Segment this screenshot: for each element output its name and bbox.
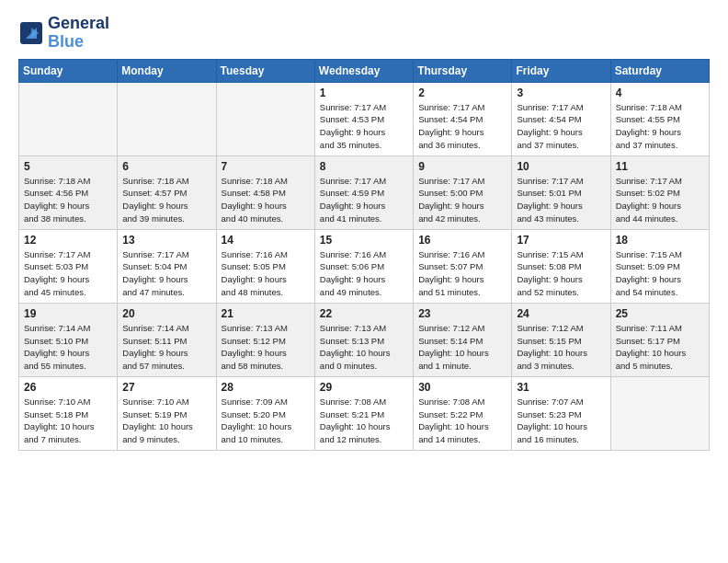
- day-info: Sunrise: 7:17 AM Sunset: 4:53 PM Dayligh…: [320, 101, 408, 152]
- day-number: 5: [24, 160, 112, 173]
- day-header-thursday: Thursday: [414, 59, 512, 82]
- day-info: Sunrise: 7:15 AM Sunset: 5:09 PM Dayligh…: [616, 248, 704, 299]
- calendar-week-row: 19Sunrise: 7:14 AM Sunset: 5:10 PM Dayli…: [19, 303, 710, 376]
- day-header-wednesday: Wednesday: [314, 59, 413, 82]
- day-info: Sunrise: 7:18 AM Sunset: 4:56 PM Dayligh…: [24, 175, 112, 225]
- day-info: Sunrise: 7:08 AM Sunset: 5:21 PM Dayligh…: [320, 396, 408, 446]
- day-number: 11: [616, 160, 704, 173]
- calendar-day-cell: 27Sunrise: 7:10 AM Sunset: 5:19 PM Dayli…: [118, 376, 216, 450]
- calendar-day-cell: [610, 376, 709, 450]
- calendar-day-cell: 19Sunrise: 7:14 AM Sunset: 5:10 PM Dayli…: [19, 303, 118, 376]
- calendar-day-cell: 12Sunrise: 7:17 AM Sunset: 5:03 PM Dayli…: [19, 229, 118, 303]
- calendar-day-cell: 14Sunrise: 7:16 AM Sunset: 5:05 PM Dayli…: [216, 229, 314, 303]
- calendar-day-cell: 30Sunrise: 7:08 AM Sunset: 5:22 PM Dayli…: [414, 376, 512, 450]
- calendar-day-cell: 8Sunrise: 7:17 AM Sunset: 4:59 PM Daylig…: [314, 155, 413, 229]
- calendar-day-cell: 28Sunrise: 7:09 AM Sunset: 5:20 PM Dayli…: [216, 376, 314, 450]
- day-header-friday: Friday: [512, 59, 610, 82]
- day-number: 19: [24, 307, 112, 320]
- calendar-day-cell: 4Sunrise: 7:18 AM Sunset: 4:55 PM Daylig…: [610, 82, 709, 155]
- day-info: Sunrise: 7:16 AM Sunset: 5:06 PM Dayligh…: [320, 248, 408, 299]
- calendar-day-cell: 1Sunrise: 7:17 AM Sunset: 4:53 PM Daylig…: [314, 82, 413, 155]
- day-header-sunday: Sunday: [19, 59, 118, 82]
- day-number: 30: [418, 381, 506, 394]
- day-info: Sunrise: 7:18 AM Sunset: 4:58 PM Dayligh…: [222, 175, 310, 225]
- calendar-day-cell: 17Sunrise: 7:15 AM Sunset: 5:08 PM Dayli…: [512, 229, 610, 303]
- calendar-week-row: 12Sunrise: 7:17 AM Sunset: 5:03 PM Dayli…: [19, 229, 710, 303]
- calendar-day-cell: 5Sunrise: 7:18 AM Sunset: 4:56 PM Daylig…: [19, 155, 118, 229]
- day-number: 18: [616, 234, 704, 247]
- calendar-table: SundayMondayTuesdayWednesdayThursdayFrid…: [18, 59, 710, 451]
- day-info: Sunrise: 7:13 AM Sunset: 5:13 PM Dayligh…: [320, 322, 408, 373]
- calendar-day-cell: 26Sunrise: 7:10 AM Sunset: 5:18 PM Dayli…: [19, 376, 118, 450]
- calendar-week-row: 1Sunrise: 7:17 AM Sunset: 4:53 PM Daylig…: [19, 82, 710, 155]
- day-number: 31: [517, 381, 605, 394]
- day-info: Sunrise: 7:09 AM Sunset: 5:20 PM Dayligh…: [222, 396, 310, 446]
- header: General Blue: [18, 15, 710, 52]
- day-number: 6: [122, 160, 210, 173]
- day-number: 14: [222, 234, 310, 247]
- calendar-day-cell: 11Sunrise: 7:17 AM Sunset: 5:02 PM Dayli…: [610, 155, 709, 229]
- day-number: 13: [122, 234, 210, 247]
- day-info: Sunrise: 7:13 AM Sunset: 5:12 PM Dayligh…: [222, 322, 310, 373]
- day-header-monday: Monday: [118, 59, 216, 82]
- calendar-day-cell: 29Sunrise: 7:08 AM Sunset: 5:21 PM Dayli…: [314, 376, 413, 450]
- day-info: Sunrise: 7:16 AM Sunset: 5:05 PM Dayligh…: [222, 248, 310, 299]
- day-number: 1: [320, 86, 408, 99]
- day-header-tuesday: Tuesday: [216, 59, 314, 82]
- day-info: Sunrise: 7:17 AM Sunset: 5:01 PM Dayligh…: [517, 175, 605, 225]
- calendar-week-row: 5Sunrise: 7:18 AM Sunset: 4:56 PM Daylig…: [19, 155, 710, 229]
- calendar-day-cell: [216, 82, 314, 155]
- day-number: 26: [24, 381, 112, 394]
- day-number: 21: [222, 307, 310, 320]
- day-number: 7: [222, 160, 310, 173]
- calendar-day-cell: 15Sunrise: 7:16 AM Sunset: 5:06 PM Dayli…: [314, 229, 413, 303]
- calendar-day-cell: 31Sunrise: 7:07 AM Sunset: 5:23 PM Dayli…: [512, 376, 610, 450]
- calendar-header-row: SundayMondayTuesdayWednesdayThursdayFrid…: [19, 59, 710, 82]
- day-number: 9: [418, 160, 506, 173]
- day-number: 8: [320, 160, 408, 173]
- calendar-day-cell: 6Sunrise: 7:18 AM Sunset: 4:57 PM Daylig…: [118, 155, 216, 229]
- calendar-day-cell: 7Sunrise: 7:18 AM Sunset: 4:58 PM Daylig…: [216, 155, 314, 229]
- day-number: 29: [320, 381, 408, 394]
- day-info: Sunrise: 7:17 AM Sunset: 4:54 PM Dayligh…: [517, 101, 605, 152]
- calendar-day-cell: 16Sunrise: 7:16 AM Sunset: 5:07 PM Dayli…: [414, 229, 512, 303]
- day-number: 25: [616, 307, 704, 320]
- day-info: Sunrise: 7:18 AM Sunset: 4:57 PM Dayligh…: [122, 175, 210, 225]
- calendar-day-cell: 21Sunrise: 7:13 AM Sunset: 5:12 PM Dayli…: [216, 303, 314, 376]
- day-info: Sunrise: 7:17 AM Sunset: 5:03 PM Dayligh…: [24, 248, 112, 299]
- calendar-day-cell: [118, 82, 216, 155]
- day-info: Sunrise: 7:11 AM Sunset: 5:17 PM Dayligh…: [616, 322, 704, 373]
- calendar-day-cell: 10Sunrise: 7:17 AM Sunset: 5:01 PM Dayli…: [512, 155, 610, 229]
- day-info: Sunrise: 7:10 AM Sunset: 5:18 PM Dayligh…: [24, 396, 112, 446]
- calendar-day-cell: 9Sunrise: 7:17 AM Sunset: 5:00 PM Daylig…: [414, 155, 512, 229]
- day-info: Sunrise: 7:18 AM Sunset: 4:55 PM Dayligh…: [616, 101, 704, 152]
- day-number: 10: [517, 160, 605, 173]
- day-number: 20: [122, 307, 210, 320]
- day-info: Sunrise: 7:17 AM Sunset: 4:59 PM Dayligh…: [320, 175, 408, 225]
- calendar-day-cell: 23Sunrise: 7:12 AM Sunset: 5:14 PM Dayli…: [414, 303, 512, 376]
- day-info: Sunrise: 7:14 AM Sunset: 5:11 PM Dayligh…: [122, 322, 210, 373]
- day-number: 24: [517, 307, 605, 320]
- calendar-week-row: 26Sunrise: 7:10 AM Sunset: 5:18 PM Dayli…: [19, 376, 710, 450]
- day-number: 22: [320, 307, 408, 320]
- day-info: Sunrise: 7:12 AM Sunset: 5:15 PM Dayligh…: [517, 322, 605, 373]
- day-info: Sunrise: 7:10 AM Sunset: 5:19 PM Dayligh…: [122, 396, 210, 446]
- logo: General Blue: [18, 15, 109, 52]
- day-header-saturday: Saturday: [610, 59, 709, 82]
- calendar-day-cell: 20Sunrise: 7:14 AM Sunset: 5:11 PM Dayli…: [118, 303, 216, 376]
- day-info: Sunrise: 7:16 AM Sunset: 5:07 PM Dayligh…: [418, 248, 506, 299]
- calendar-day-cell: 13Sunrise: 7:17 AM Sunset: 5:04 PM Dayli…: [118, 229, 216, 303]
- calendar-day-cell: [19, 82, 118, 155]
- day-number: 15: [320, 234, 408, 247]
- day-number: 23: [418, 307, 506, 320]
- logo-text: General Blue: [48, 15, 109, 52]
- day-number: 3: [517, 86, 605, 99]
- day-info: Sunrise: 7:17 AM Sunset: 4:54 PM Dayligh…: [418, 101, 506, 152]
- day-number: 27: [122, 381, 210, 394]
- day-number: 16: [418, 234, 506, 247]
- day-number: 17: [517, 234, 605, 247]
- day-info: Sunrise: 7:12 AM Sunset: 5:14 PM Dayligh…: [418, 322, 506, 373]
- logo-icon: [18, 20, 44, 46]
- calendar-day-cell: 25Sunrise: 7:11 AM Sunset: 5:17 PM Dayli…: [610, 303, 709, 376]
- calendar-day-cell: 22Sunrise: 7:13 AM Sunset: 5:13 PM Dayli…: [314, 303, 413, 376]
